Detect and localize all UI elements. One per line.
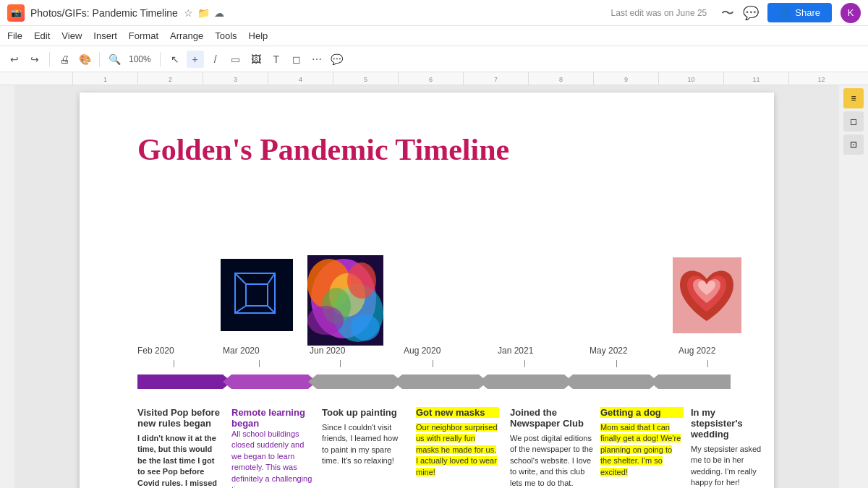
ruler: 1 2 3 4 5 6 7 8 9 10 11 12 [0, 72, 868, 85]
event-aug2022: In my stepsister's wedding My stepsister… [691, 407, 767, 488]
ruler-mark-7: 7 [463, 72, 528, 85]
panel-btn-2[interactable]: ◻ [843, 111, 864, 132]
doc-icons: ☆ 📁 ☁ [184, 7, 224, 19]
date-jun2020: Jun 2020 [310, 346, 382, 356]
menu-view[interactable]: View [61, 30, 82, 41]
main-layout: Golden's Pandemic Timeline [0, 85, 868, 488]
more-button[interactable]: ⋯ [308, 51, 326, 68]
ruler-mark-8: 8 [528, 72, 593, 85]
event-aug2020-body: Our neighbor surprised us with really fu… [416, 422, 499, 478]
arrow-mar [223, 374, 317, 389]
svg-line-2 [235, 273, 246, 284]
menu-file[interactable]: File [7, 30, 22, 41]
share-button[interactable]: 👤 Share [767, 3, 832, 22]
svg-rect-1 [246, 284, 268, 306]
title-bar: 📸 Photos/GIFs: Pandemic Timeline ☆ 📁 ☁ L… [0, 0, 868, 26]
tick-may [616, 360, 617, 367]
paint-format-button[interactable]: 🎨 [76, 51, 93, 68]
star-icon[interactable]: ☆ [184, 7, 193, 19]
menu-arrange[interactable]: Arrange [170, 30, 203, 41]
menu-edit[interactable]: Edit [34, 30, 50, 41]
shape-button[interactable]: ▭ [227, 51, 244, 68]
analytics-icon[interactable]: 〜 [721, 4, 734, 22]
painting-image [307, 255, 383, 346]
event-feb2020: Visited Pop before new rules began I did… [137, 407, 221, 488]
tick-jun [340, 360, 341, 367]
top-right-actions: 〜 💬 👤 Share K [721, 3, 861, 23]
image-button[interactable]: 🖼 [247, 51, 265, 68]
event-may2022-title: Getting a dog [600, 407, 684, 418]
line-button[interactable]: / [207, 51, 224, 68]
ruler-mark-4: 4 [268, 72, 333, 85]
tick-mar [259, 360, 260, 367]
tick-aug22 [707, 360, 708, 367]
date-mar2020: Mar 2020 [223, 346, 310, 356]
zoom-level[interactable]: 100% [126, 51, 154, 68]
ruler-mark-6: 6 [398, 72, 463, 85]
date-may2022: May 2022 [590, 346, 662, 356]
menu-bar: File Edit View Insert Format Arrange Too… [0, 26, 868, 46]
slide-title: Golden's Pandemic Timeline [137, 132, 509, 167]
ruler-mark-12: 12 [788, 72, 854, 85]
svg-line-3 [268, 273, 275, 284]
panel-btn-1[interactable]: ≡ [843, 88, 864, 108]
tick-jan [524, 360, 525, 367]
cloud-icon[interactable]: ☁ [214, 7, 224, 19]
ruler-mark-10: 10 [658, 72, 723, 85]
event-jan2021-body: We post digital editions of the newspape… [510, 433, 593, 488]
event-aug2020: Got new masks Our neighbor surprised us … [416, 407, 499, 478]
zoom-button[interactable]: 🔍 [106, 51, 123, 68]
ruler-mark-9: 9 [593, 72, 658, 85]
redo-button[interactable]: ↪ [26, 51, 43, 68]
event-aug2022-body: My stepsister asked me to be in her wedd… [691, 444, 767, 488]
event-feb2020-title: Visited Pop before new rules began [137, 407, 221, 429]
folder-icon[interactable]: 📁 [197, 7, 210, 19]
date-feb2020: Feb 2020 [137, 346, 224, 356]
arrow-may [564, 374, 658, 389]
heart-image [673, 257, 741, 333]
chat-icon[interactable]: 💬 [743, 5, 759, 21]
print-button[interactable]: 🖨 [56, 51, 73, 68]
event-mar2020-body: All school buildings closed suddenly and… [231, 429, 315, 488]
ruler-mark-5: 5 [333, 72, 398, 85]
event-aug2020-title: Got new masks [416, 407, 499, 418]
user-avatar[interactable]: K [841, 3, 861, 23]
shape2-button[interactable]: ◻ [288, 51, 305, 68]
ruler-mark-3: 3 [203, 72, 268, 85]
canvas-area[interactable]: Golden's Pandemic Timeline [14, 85, 839, 488]
event-jun2020: Took up painting Since I couldn't visit … [322, 407, 401, 467]
menu-format[interactable]: Format [129, 30, 158, 41]
menu-insert[interactable]: Insert [93, 30, 117, 41]
arrow-aug [393, 374, 488, 389]
slide: Golden's Pandemic Timeline [80, 93, 774, 488]
date-aug2022: Aug 2022 [678, 346, 751, 356]
event-aug2022-title: In my stepsister's wedding [691, 407, 767, 440]
panel-btn-3[interactable]: ⊡ [843, 134, 864, 155]
undo-button[interactable]: ↩ [6, 51, 23, 68]
comment-button[interactable]: 💬 [328, 51, 346, 68]
arrow-feb [137, 374, 231, 389]
arrow-aug22 [650, 374, 731, 389]
select-button[interactable]: + [187, 51, 204, 68]
event-jan2021: Joined the Newspaper Club We post digita… [510, 407, 593, 488]
event-mar2020-title: Remote learning began [231, 407, 315, 429]
tick-aug [433, 360, 433, 367]
event-jun2020-body: Since I couldn't visit friends, I learne… [322, 422, 401, 467]
event-jan2021-title: Joined the Newspaper Club [510, 407, 593, 429]
text-button[interactable]: T [268, 51, 285, 68]
highlight-may-text: Mom said that I can finally get a dog! W… [600, 423, 681, 476]
arrow-jan [479, 374, 573, 389]
svg-line-4 [268, 306, 275, 313]
date-aug2020: Aug 2020 [404, 346, 476, 356]
event-may2022: Getting a dog Mom said that I can finall… [600, 407, 684, 478]
cursor-button[interactable]: ↖ [166, 51, 184, 68]
tick-feb [174, 360, 174, 367]
event-jun2020-title: Took up painting [322, 407, 401, 418]
timeline-container: Feb 2020 Mar 2020 Jun 2020 Aug 2020 Jan … [137, 367, 731, 396]
menu-tools[interactable]: Tools [215, 30, 237, 41]
separator-1 [49, 52, 50, 67]
menu-help[interactable]: Help [249, 30, 268, 41]
toolbar: ↩ ↪ 🖨 🎨 🔍 100% ↖ + / ▭ 🖼 T ◻ ⋯ 💬 [0, 46, 868, 72]
separator-2 [99, 52, 100, 67]
left-sidebar [0, 85, 14, 488]
